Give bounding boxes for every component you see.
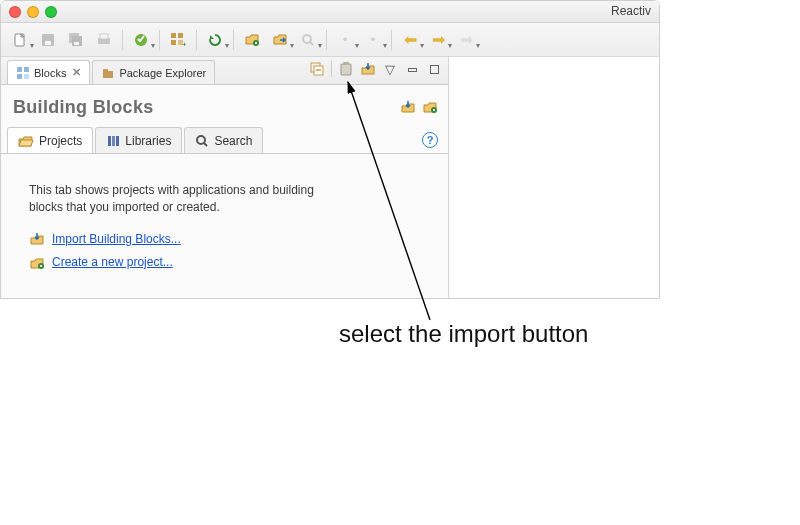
tab-package-explorer[interactable]: Package Explorer xyxy=(92,60,215,84)
svg-rect-18 xyxy=(17,74,22,79)
subtab-search-label: Search xyxy=(214,134,252,148)
clipboard-icon xyxy=(338,61,354,77)
back-button[interactable]: ⬅▾ xyxy=(397,28,423,52)
annotation-text: select the import button xyxy=(339,320,588,348)
svg-rect-20 xyxy=(103,71,113,78)
app-title: Reactiv xyxy=(611,4,651,18)
svg-text:+: + xyxy=(182,40,186,48)
dropdown-caret-icon: ▾ xyxy=(225,41,229,50)
toolbar-separator xyxy=(331,61,332,77)
svg-rect-27 xyxy=(108,136,111,146)
panel-toolbar: ▽ xyxy=(307,59,444,79)
import-button[interactable] xyxy=(358,59,378,79)
toolbar-separator xyxy=(122,30,123,50)
main-toolbar: ▾ ▾ + ▾ ▾ xyxy=(1,23,659,57)
last-edit-button[interactable]: ➡▾ xyxy=(453,28,479,52)
maximize-icon xyxy=(430,65,439,74)
printer-icon xyxy=(96,32,112,48)
close-window-button[interactable] xyxy=(9,6,21,18)
help-button[interactable]: ? xyxy=(422,132,438,148)
arrow-right-dim-icon: ➡ xyxy=(460,32,473,48)
toolbar-separator xyxy=(326,30,327,50)
build-button[interactable]: ▾ xyxy=(128,28,154,52)
package-explorer-icon xyxy=(101,66,115,80)
import-link-row: Import Building Blocks... xyxy=(29,231,428,248)
minimize-window-button[interactable] xyxy=(27,6,39,18)
blocks-tab-icon xyxy=(16,66,30,80)
new-folder-icon xyxy=(422,99,438,115)
collapse-all-button[interactable] xyxy=(307,59,327,79)
search-button[interactable]: ▾ xyxy=(295,28,321,52)
new-project-button[interactable] xyxy=(422,99,438,117)
tab-package-explorer-label: Package Explorer xyxy=(119,67,206,79)
next-annotation-button[interactable]: •▾ xyxy=(360,28,386,52)
floppy-icon xyxy=(40,32,56,48)
minimize-icon xyxy=(408,68,417,72)
import-icon xyxy=(360,61,376,77)
new-block-button[interactable]: + xyxy=(165,28,191,52)
subtab-search[interactable]: Search xyxy=(184,127,263,153)
svg-rect-2 xyxy=(45,41,51,45)
dropdown-caret-icon: ▾ xyxy=(383,41,387,50)
library-icon xyxy=(106,134,120,148)
tab-blocks[interactable]: Blocks ✕ xyxy=(7,60,90,84)
svg-rect-16 xyxy=(17,67,22,72)
projects-tab-content: This tab shows projects with application… xyxy=(1,154,448,298)
minimize-view-button[interactable] xyxy=(402,59,422,79)
titlebar: Reactiv xyxy=(1,1,659,23)
heading-actions xyxy=(400,99,438,117)
paste-button[interactable] xyxy=(336,59,356,79)
floppy-stack-icon xyxy=(68,32,84,48)
view-menu-button[interactable]: ▽ xyxy=(380,59,400,79)
svg-rect-17 xyxy=(24,67,29,72)
tab-blocks-label: Blocks xyxy=(34,67,66,79)
open-type-button[interactable]: ▾ xyxy=(267,28,293,52)
open-folder-icon xyxy=(18,134,34,148)
search-icon xyxy=(300,32,316,48)
panel-heading-row: Building Blocks xyxy=(1,85,448,126)
new-project-link-row: Create a new project... xyxy=(29,254,428,271)
svg-rect-21 xyxy=(103,69,108,71)
app-window: Reactiv ▾ ▾ + ▾ xyxy=(0,0,660,299)
toolbar-separator xyxy=(391,30,392,50)
arrow-right-icon: ➡ xyxy=(432,32,445,48)
window-controls xyxy=(9,6,57,18)
forward-button[interactable]: ➡▾ xyxy=(425,28,451,52)
down-dot-icon: • xyxy=(371,33,376,46)
folder-arrow-icon xyxy=(272,32,288,48)
import-building-blocks-link[interactable]: Import Building Blocks... xyxy=(52,231,181,248)
print-button[interactable] xyxy=(91,28,117,52)
refresh-button[interactable]: ▾ xyxy=(202,28,228,52)
toolbar-separator xyxy=(159,30,160,50)
up-dot-icon: • xyxy=(343,33,348,46)
panel-heading: Building Blocks xyxy=(13,97,154,118)
dropdown-caret-icon: ▾ xyxy=(355,41,359,50)
dropdown-caret-icon: ▾ xyxy=(318,41,322,50)
maximize-view-button[interactable] xyxy=(424,59,444,79)
svg-rect-29 xyxy=(116,136,119,146)
close-tab-icon[interactable]: ✕ xyxy=(72,66,81,79)
create-new-project-link[interactable]: Create a new project... xyxy=(52,254,173,271)
svg-rect-9 xyxy=(171,33,176,38)
toolbar-separator xyxy=(196,30,197,50)
svg-rect-11 xyxy=(171,40,176,45)
svg-rect-10 xyxy=(178,33,183,38)
dropdown-caret-icon: ▾ xyxy=(448,41,452,50)
zoom-window-button[interactable] xyxy=(45,6,57,18)
svg-rect-7 xyxy=(100,34,108,39)
open-folder-icon xyxy=(244,32,260,48)
panel-tabstrip: Blocks ✕ Package Explorer ▽ xyxy=(1,57,448,85)
blocks-panel: Blocks ✕ Package Explorer ▽ xyxy=(1,57,449,298)
triangle-down-icon: ▽ xyxy=(385,63,395,76)
svg-rect-25 xyxy=(343,62,349,65)
panel-subtabs: Projects Libraries Search ? xyxy=(1,126,448,154)
save-button[interactable] xyxy=(35,28,61,52)
arrow-left-icon: ⬅ xyxy=(404,32,417,48)
subtab-libraries[interactable]: Libraries xyxy=(95,127,182,153)
import-blocks-button[interactable] xyxy=(400,99,416,117)
save-all-button[interactable] xyxy=(63,28,89,52)
open-folder-button[interactable] xyxy=(239,28,265,52)
subtab-projects[interactable]: Projects xyxy=(7,127,93,153)
new-button[interactable]: ▾ xyxy=(7,28,33,52)
prev-annotation-button[interactable]: •▾ xyxy=(332,28,358,52)
